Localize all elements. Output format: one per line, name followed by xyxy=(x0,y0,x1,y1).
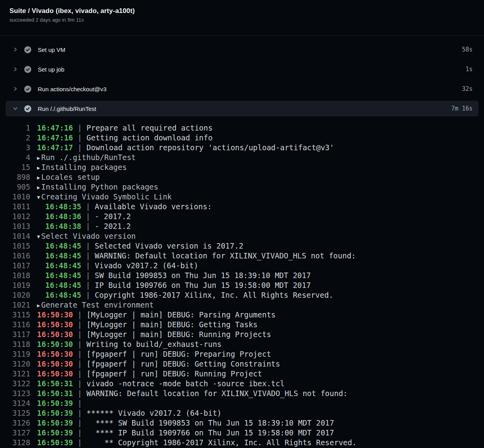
step-row[interactable]: Set up VM58s xyxy=(0,40,484,59)
line-number[interactable]: 1011 xyxy=(0,202,30,212)
chevron-right-icon[interactable] xyxy=(13,47,18,52)
group-title[interactable]: Locales setup xyxy=(41,173,100,181)
chevron-down-icon[interactable] xyxy=(13,106,18,111)
pipe-separator: | xyxy=(73,369,87,378)
group-title[interactable]: Creating Vivado Symbolic Link xyxy=(41,192,172,201)
line-number[interactable]: 905 xyxy=(0,182,30,192)
log-group-header[interactable]: ▶Locales setup xyxy=(37,172,100,182)
log-entry: 16:50:30 | Writing to build/_exhaust-run… xyxy=(37,339,222,349)
group-title[interactable]: Run ./.github/RunTest xyxy=(41,153,136,162)
line-number[interactable]: 3116 xyxy=(0,320,30,330)
log-group-header[interactable]: ▼Select Vivado version xyxy=(37,231,136,241)
line-number[interactable]: 2 xyxy=(0,133,30,143)
log-line: 898▶Locales setup xyxy=(0,172,484,182)
log-group-header[interactable]: ▶Generate Test environment xyxy=(37,300,154,310)
check-circle-icon xyxy=(24,105,31,112)
chevron-right-icon[interactable] xyxy=(13,66,18,72)
log-entry: 16:48:45 | Vivado v2017.2 (64-bit) xyxy=(45,261,198,271)
log-entry: 16:48:36 | - 2017.2 xyxy=(45,212,131,221)
group-expanded-triangle-icon[interactable]: ▼ xyxy=(37,192,40,202)
line-number[interactable]: 1012 xyxy=(0,212,30,221)
log-group-header[interactable]: ▶Installing packages xyxy=(37,162,127,172)
pipe-separator: | xyxy=(73,124,87,132)
group-title[interactable]: Installing Python packages xyxy=(41,183,158,191)
chevron-right-icon[interactable] xyxy=(13,86,18,92)
log-message: Selected Vivado version is 2017.2 xyxy=(95,242,244,250)
log-line: 312316:50:31 | WARNING: Default location… xyxy=(0,389,484,398)
line-number[interactable]: 3118 xyxy=(0,339,30,349)
timestamp: 16:48:45 xyxy=(45,271,81,280)
line-number[interactable]: 3120 xyxy=(0,359,30,369)
log-message: **** SW Build 1909853 on Thu Jun 15 18:3… xyxy=(87,419,334,427)
line-number[interactable]: 3123 xyxy=(0,389,30,398)
group-title[interactable]: Select Vivado version xyxy=(41,232,136,240)
log-line: 1021▶Generate Test environment xyxy=(0,300,484,310)
line-number[interactable]: 3115 xyxy=(0,310,30,320)
group-expanded-triangle-icon[interactable]: ▼ xyxy=(37,232,40,242)
line-number[interactable]: 1020 xyxy=(0,290,30,300)
log-line: 312616:50:39 | **** SW Build 1909853 on … xyxy=(0,418,484,428)
line-number[interactable]: 3119 xyxy=(0,349,30,359)
timestamp: 16:50:39 xyxy=(37,409,73,417)
log-message: [fpgaperf | run] DEBUG: Getting Constrai… xyxy=(87,360,280,368)
line-number[interactable]: 898 xyxy=(0,172,30,182)
line-number[interactable]: 3127 xyxy=(0,428,30,438)
run-title: Suite / Vivado (ibex, vivado, arty-a100t… xyxy=(9,7,475,15)
group-collapsed-triangle-icon[interactable]: ▶ xyxy=(37,163,40,173)
line-number[interactable]: 1016 xyxy=(0,251,30,261)
line-number[interactable]: 3117 xyxy=(0,330,30,339)
line-number[interactable]: 3121 xyxy=(0,369,30,379)
pipe-separator: | xyxy=(73,409,87,417)
group-title[interactable]: Installing packages xyxy=(41,163,127,171)
line-number[interactable]: 1 xyxy=(0,123,30,133)
line-number[interactable]: 1021 xyxy=(0,300,30,310)
log-line: 116:47:16 | Prepare all required actions xyxy=(0,123,484,133)
line-number[interactable]: 1019 xyxy=(0,280,30,290)
log-entry: 16:50:30 | [MyLogger | main] DEBUG: Gett… xyxy=(37,320,258,330)
step-label: Set up VM xyxy=(38,46,462,53)
step-row[interactable]: Run /./.github/RunTest7m 16s xyxy=(6,101,478,116)
group-collapsed-triangle-icon[interactable]: ▶ xyxy=(37,183,40,192)
line-number[interactable]: 3126 xyxy=(0,418,30,428)
pipe-separator: | xyxy=(73,399,87,407)
log-message: - 2017.2 xyxy=(95,212,131,221)
step-row[interactable]: Set up job1s xyxy=(0,59,484,79)
line-number[interactable]: 3125 xyxy=(0,408,30,418)
group-collapsed-triangle-icon[interactable]: ▶ xyxy=(37,173,40,183)
line-number[interactable]: 3 xyxy=(0,143,30,153)
log-line: 101616:48:45 | WARNING: Default location… xyxy=(0,251,484,261)
line-number[interactable]: 4 xyxy=(0,153,30,162)
steps-list: Set up VM58sSet up job1sRun actions/chec… xyxy=(0,36,484,116)
line-number[interactable]: 3128 xyxy=(0,438,30,448)
log-group-header[interactable]: ▶Run ./.github/RunTest xyxy=(37,153,136,162)
step-duration: 1s xyxy=(466,66,473,73)
group-title[interactable]: Generate Test environment xyxy=(41,301,154,309)
check-circle-icon xyxy=(24,66,31,73)
log-line: 1010▼Creating Vivado Symbolic Link xyxy=(0,192,484,202)
log-group-header[interactable]: ▶Installing Python packages xyxy=(37,182,158,192)
timestamp: 16:48:45 xyxy=(45,261,81,270)
timestamp: 16:50:30 xyxy=(37,369,73,378)
step-row[interactable]: Run actions/checkout@v332s xyxy=(0,79,484,99)
pipe-separator: | xyxy=(73,310,87,319)
log-group-header[interactable]: ▼Creating Vivado Symbolic Link xyxy=(37,192,172,202)
line-number[interactable]: 1018 xyxy=(0,271,30,280)
line-number[interactable]: 1015 xyxy=(0,241,30,251)
log-message: Prepare all required actions xyxy=(87,124,212,132)
line-number[interactable]: 1017 xyxy=(0,261,30,271)
log-entry: 16:50:39 | ****** Vivado v2017.2 (64-bit… xyxy=(37,408,222,418)
log-line: 312516:50:39 | ****** Vivado v2017.2 (64… xyxy=(0,408,484,418)
line-number[interactable]: 1013 xyxy=(0,221,30,231)
group-collapsed-triangle-icon[interactable]: ▶ xyxy=(37,301,40,310)
line-number[interactable]: 3122 xyxy=(0,379,30,389)
pipe-separator: | xyxy=(73,340,87,348)
line-number[interactable]: 15 xyxy=(0,162,30,172)
line-number[interactable]: 1014 xyxy=(0,231,30,241)
timestamp: 16:47:17 xyxy=(37,143,73,152)
line-number[interactable]: 3124 xyxy=(0,398,30,408)
log-line: 101916:48:45 | IP Build 1909766 on Thu J… xyxy=(0,280,484,290)
log-line: 101316:48:38 | - 2021.2 xyxy=(0,221,484,231)
group-collapsed-triangle-icon[interactable]: ▶ xyxy=(37,153,40,163)
line-number[interactable]: 1010 xyxy=(0,192,30,202)
timestamp: 16:47:16 xyxy=(37,124,73,132)
